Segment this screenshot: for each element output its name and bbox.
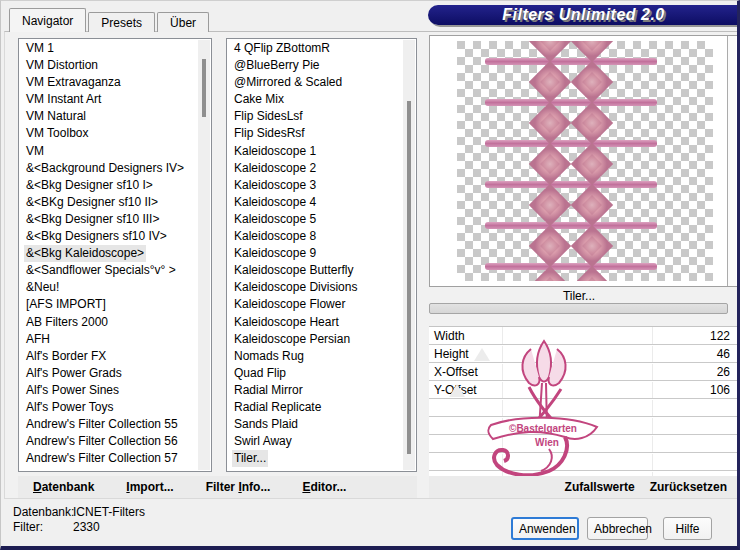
status-block: Datenbank:ICNET-Filters Filter:2330 [13, 505, 145, 535]
navigator-panel: VM 1VM DistortionVM ExtravaganzaVM Insta… [4, 31, 738, 499]
list-item[interactable]: &<Bkg Designer sf10 III> [20, 211, 197, 228]
category-list-scrollbar[interactable] [198, 40, 210, 470]
list-item[interactable]: VM 1 [20, 40, 197, 57]
parameter-row-empty [429, 435, 739, 453]
list-item[interactable]: VM [20, 143, 197, 160]
status-filter-label: Filter: [13, 520, 73, 535]
list-item[interactable]: &<BKg Designer sf10 II> [20, 194, 197, 211]
list-item[interactable]: VM Natural [20, 108, 197, 125]
list-item[interactable]: Flip SidesLsf [228, 108, 402, 125]
list-item[interactable]: Radial Replicate [228, 399, 402, 416]
list-item[interactable]: Alf's Power Toys [20, 399, 197, 416]
scrollbar-thumb[interactable] [202, 59, 206, 117]
list-item[interactable]: Quad Flip [228, 365, 402, 382]
list-item[interactable]: Kaleidoscope 8 [228, 228, 402, 245]
filters-unlimited-window: Navigator Presets Über Filters Unlimited… [0, 0, 740, 550]
scrollbar-thumb[interactable] [407, 101, 411, 454]
list-item[interactable]: Kaleidoscope 3 [228, 177, 402, 194]
preview-zoom-strip[interactable] [727, 36, 736, 286]
list-item[interactable]: Kaleidoscope Persian [228, 331, 402, 348]
zufallswerte-button[interactable]: Zufallswerte [565, 480, 635, 494]
list-item[interactable]: Alf's Power Grads [20, 365, 197, 382]
status-db-label: Datenbank: [13, 505, 73, 520]
category-list[interactable]: VM 1VM DistortionVM ExtravaganzaVM Insta… [18, 38, 212, 472]
parameter-label: Width [429, 329, 710, 343]
parameter-label: X-Offset [429, 365, 717, 379]
parameter-label: Y-Offset [429, 383, 710, 397]
zuruecksetzen-button[interactable]: Zurücksetzen [650, 480, 727, 494]
list-item[interactable]: Kaleidoscope 1 [228, 143, 402, 160]
parameter-label: Height [429, 347, 717, 361]
list-item[interactable]: Radial Mirror [228, 382, 402, 399]
list-item[interactable]: Swirl Away [228, 433, 402, 450]
tab-label: Navigator [22, 14, 73, 28]
slider-thumb[interactable] [474, 348, 490, 361]
list-item[interactable]: Nomads Rug [228, 348, 402, 365]
list-item[interactable]: Kaleidoscope 9 [228, 245, 402, 262]
list-item[interactable]: VM Toolbox [20, 125, 197, 142]
list-item[interactable]: Kaleidoscope Heart [228, 314, 402, 331]
cancel-button[interactable]: Abbrechen [587, 517, 648, 540]
list-item[interactable]: [AFS IMPORT] [20, 296, 197, 313]
list-item[interactable]: Sands Plaid [228, 416, 402, 433]
list-item[interactable]: Flip SidesRsf [228, 125, 402, 142]
list-item[interactable]: @BlueBerry Pie [228, 57, 402, 74]
list-item[interactable]: Kaleidoscope 4 [228, 194, 402, 211]
list-item[interactable]: Kaleidoscope 5 [228, 211, 402, 228]
parameter-value: 106 [710, 383, 739, 397]
editor-button[interactable]: Editor... [302, 480, 346, 494]
list-item[interactable]: Kaleidoscope Butterfly [228, 262, 402, 279]
list-item[interactable]: AB Filters 2000 [20, 314, 197, 331]
list-item[interactable]: &<Bkg Designers sf10 IV> [20, 228, 197, 245]
list-item[interactable]: &<Sandflower Specials°v° > [20, 262, 197, 279]
list-item[interactable]: Kaleidoscope 2 [228, 160, 402, 177]
list-item[interactable]: VM Instant Art [20, 91, 197, 108]
list-item[interactable]: Tiler... [228, 450, 402, 467]
list-item[interactable]: &<Bkg Kaleidoscope> [20, 245, 197, 262]
datenbank-button[interactable]: Datenbank [33, 480, 94, 494]
list-item[interactable]: Alf's Border FX [20, 348, 197, 365]
list-item[interactable]: VM Extravaganza [20, 74, 197, 91]
list-item[interactable]: Andrew's Filter Collection 58 [20, 467, 197, 470]
apply-button[interactable]: Anwenden [511, 517, 579, 540]
filter-list-scrollbar[interactable] [403, 40, 415, 470]
list-item[interactable]: Andrew's Filter Collection 57 [20, 450, 197, 467]
values-toolbar: Zufallswerte Zurücksetzen [429, 476, 739, 498]
list-item[interactable]: &<Background Designers IV> [20, 160, 197, 177]
parameter-row[interactable]: Height46 [429, 345, 739, 363]
import-button[interactable]: Import... [126, 480, 173, 494]
title-banner: Filters Unlimited 2.0 [428, 5, 739, 25]
parameter-panel: Width122Height46X-Offset26Y-Offset106 ©B… [429, 326, 739, 477]
list-item[interactable]: 4 QFlip ZBottomR [228, 40, 402, 57]
list-item[interactable]: &Neu! [20, 279, 197, 296]
parameter-row-empty [429, 417, 739, 435]
list-item[interactable]: @Mirrored & Scaled [228, 74, 402, 91]
tab-label: Über [170, 16, 196, 30]
list-item[interactable]: Alf's Power Sines [20, 382, 197, 399]
help-button[interactable]: Hilfe [663, 517, 712, 540]
parameter-value: 122 [710, 329, 739, 343]
list-item[interactable]: Kaleidoscope Divisions [228, 279, 402, 296]
parameter-row[interactable]: X-Offset26 [429, 363, 739, 381]
list-item[interactable]: Kaleidoscope Flower [228, 296, 402, 313]
list-item[interactable]: AFH [20, 331, 197, 348]
app-title: Filters Unlimited 2.0 [502, 6, 665, 24]
slider-thumb[interactable] [449, 384, 465, 397]
list-item[interactable]: &<Bkg Designer sf10 I> [20, 177, 197, 194]
list-item[interactable]: VM Distortion [20, 57, 197, 74]
list-item[interactable]: Andrew's Filter Collection 55 [20, 416, 197, 433]
filter-list[interactable]: 4 QFlip ZBottomR@BlueBerry Pie@Mirrored … [226, 38, 417, 472]
filter-info-button[interactable]: Filter Info... [206, 480, 271, 494]
tab-label: Presets [101, 16, 142, 30]
tab-ueber[interactable]: Über [157, 12, 209, 32]
tab-presets[interactable]: Presets [88, 12, 155, 32]
parameter-row[interactable]: Y-Offset106 [429, 381, 739, 399]
status-filter-value: 2330 [73, 520, 100, 535]
preview-panel [429, 35, 739, 287]
list-item[interactable]: Cake Mix [228, 91, 402, 108]
preview-image [457, 41, 713, 281]
tab-bar: Navigator Presets Über [9, 8, 211, 32]
tab-navigator[interactable]: Navigator [9, 8, 86, 32]
parameter-row[interactable]: Width122 [429, 327, 739, 345]
list-item[interactable]: Andrew's Filter Collection 56 [20, 433, 197, 450]
